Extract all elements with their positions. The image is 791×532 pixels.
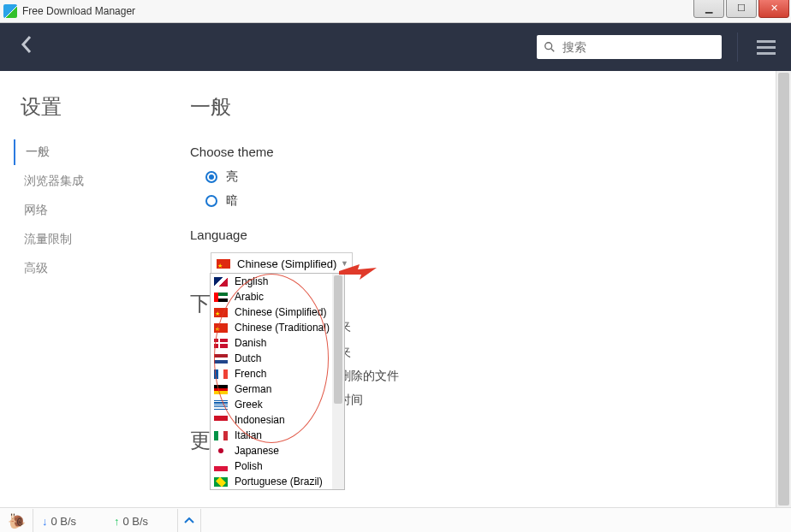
radio-icon bbox=[205, 195, 217, 207]
theme-section-label: Choose theme bbox=[190, 145, 765, 159]
flag-icon bbox=[214, 293, 228, 302]
upload-speed: ↑0 B/s bbox=[105, 515, 177, 528]
language-option[interactable]: Portuguese (Brazil) bbox=[211, 474, 334, 489]
chevron-down-icon: ▼ bbox=[341, 259, 348, 268]
svg-point-0 bbox=[545, 43, 552, 50]
language-option[interactable]: English bbox=[211, 274, 334, 289]
theme-option-light[interactable]: 亮 bbox=[205, 169, 765, 185]
language-option-label: English bbox=[235, 275, 268, 287]
language-option-label: German bbox=[235, 383, 271, 395]
language-option[interactable]: Danish bbox=[211, 335, 334, 351]
download-speed: ↓0 B/s bbox=[33, 515, 105, 528]
language-option-label: Greek bbox=[235, 399, 263, 411]
search-input[interactable] bbox=[561, 39, 701, 55]
menu-icon[interactable] bbox=[753, 37, 779, 58]
settings-title: 设置 bbox=[21, 93, 62, 121]
theme-dark-label: 暗 bbox=[226, 193, 238, 209]
language-option-label: Polish bbox=[235, 460, 263, 472]
dropdown-scrollbar[interactable] bbox=[332, 274, 344, 489]
flag-icon bbox=[214, 369, 228, 379]
statusbar: 🐌 ↓0 B/s ↑0 B/s bbox=[0, 507, 791, 532]
radio-icon bbox=[205, 171, 217, 183]
bg-text-3: 删除的文件 bbox=[339, 369, 399, 384]
theme-option-dark[interactable]: 暗 bbox=[205, 193, 765, 209]
language-option-label: Arabic bbox=[235, 291, 264, 303]
back-button[interactable] bbox=[12, 32, 41, 62]
language-option-label: French bbox=[235, 368, 266, 380]
language-option-label: Danish bbox=[235, 337, 266, 349]
language-option[interactable]: Italian bbox=[211, 428, 334, 443]
sidebar-item-general[interactable]: 一般 bbox=[14, 139, 159, 165]
divider bbox=[737, 33, 738, 62]
language-select[interactable]: Chinese (Simplified) ▼ bbox=[211, 252, 353, 275]
language-option[interactable]: Dutch bbox=[211, 351, 334, 366]
language-option[interactable]: Japanese bbox=[211, 443, 334, 458]
flag-icon bbox=[214, 385, 228, 394]
sidebar-item-browser[interactable]: 浏览器集成 bbox=[14, 168, 159, 194]
main-column: 一般 Choose theme 亮 暗 Language Chinese (Si… bbox=[190, 93, 765, 275]
flag-icon bbox=[214, 446, 228, 456]
language-option[interactable]: German bbox=[211, 381, 334, 397]
maximize-button[interactable] bbox=[726, 0, 757, 18]
sidebar-item-network[interactable]: 网络 bbox=[14, 198, 159, 223]
search-box[interactable] bbox=[537, 35, 722, 59]
language-dropdown[interactable]: EnglishArabicChinese (Simplified)Chinese… bbox=[210, 273, 345, 490]
language-option-label: Chinese (Traditional) bbox=[235, 322, 330, 334]
language-option-label: Japanese bbox=[235, 445, 279, 457]
update-section-heading-partial: 更 bbox=[190, 427, 211, 454]
language-selected-value: Chinese (Simplified) bbox=[237, 257, 336, 270]
theme-light-label: 亮 bbox=[226, 169, 238, 185]
language-option-label: Chinese (Simplified) bbox=[235, 306, 326, 318]
flag-icon bbox=[214, 462, 228, 471]
flag-icon bbox=[214, 477, 228, 487]
app-body: 设置 一般 浏览器集成 网络 流量限制 高级 一般 Choose theme 亮… bbox=[0, 71, 791, 507]
download-section-heading-partial: 下 bbox=[190, 290, 211, 317]
language-option-label: Portuguese (Brazil) bbox=[235, 476, 323, 488]
main-heading: 一般 bbox=[190, 93, 765, 121]
language-option-label: Italian bbox=[235, 429, 262, 441]
app-header bbox=[0, 23, 791, 71]
sidebar-item-advanced[interactable]: 高级 bbox=[14, 256, 159, 281]
flag-icon bbox=[214, 277, 228, 287]
flag-icon bbox=[214, 416, 228, 425]
flag-icon bbox=[214, 431, 228, 440]
settings-sidebar: 一般 浏览器集成 网络 流量限制 高级 bbox=[14, 139, 159, 285]
snail-icon[interactable]: 🐌 bbox=[0, 509, 33, 532]
app-icon bbox=[3, 4, 17, 18]
language-section-label: Language bbox=[190, 228, 765, 242]
flag-icon bbox=[214, 323, 228, 333]
flag-icon bbox=[214, 308, 228, 317]
language-option-label: Indonesian bbox=[235, 414, 285, 426]
language-option-label: Dutch bbox=[235, 352, 261, 364]
language-option[interactable]: Chinese (Simplified) bbox=[211, 304, 334, 320]
flag-icon bbox=[214, 400, 228, 410]
flag-icon bbox=[214, 354, 228, 364]
search-icon bbox=[544, 41, 556, 53]
window-titlebar: Free Download Manager bbox=[0, 0, 791, 23]
minimize-button[interactable] bbox=[693, 0, 724, 18]
close-button[interactable] bbox=[758, 0, 789, 18]
language-option[interactable]: Arabic bbox=[211, 289, 334, 304]
language-option[interactable]: Greek bbox=[211, 397, 334, 412]
flag-icon bbox=[214, 339, 228, 348]
language-option[interactable]: Chinese (Traditional) bbox=[211, 320, 334, 335]
window-title: Free Download Manager bbox=[22, 5, 135, 17]
flag-icon bbox=[217, 259, 230, 269]
sidebar-item-traffic[interactable]: 流量限制 bbox=[14, 227, 159, 252]
page-scrollbar[interactable] bbox=[776, 71, 791, 507]
language-option[interactable]: Polish bbox=[211, 458, 334, 474]
language-option[interactable]: Indonesian bbox=[211, 412, 334, 428]
language-option[interactable]: French bbox=[211, 366, 334, 381]
collapse-button[interactable] bbox=[177, 509, 201, 532]
chevron-up-icon bbox=[184, 517, 194, 524]
svg-line-1 bbox=[551, 49, 554, 51]
